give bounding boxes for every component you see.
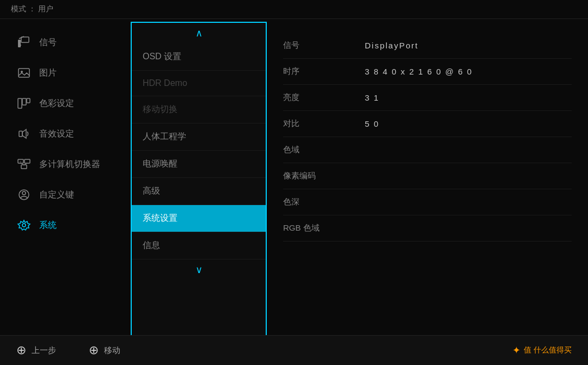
logo-icon: ✦ bbox=[512, 344, 520, 356]
svg-marker-8 bbox=[22, 129, 26, 138]
svg-point-15 bbox=[22, 224, 26, 227]
sidebar-item-system[interactable]: 系统 bbox=[0, 210, 131, 240]
info-value-timing: 3 8 4 0 x 2 1 6 0 @ 6 0 bbox=[365, 67, 473, 76]
menu-item-powerwake[interactable]: 电源唤醒 bbox=[132, 151, 266, 178]
sidebar-item-color[interactable]: 色彩设定 bbox=[0, 88, 131, 119]
svg-rect-2 bbox=[19, 69, 29, 77]
sidebar-label-kvm: 多计算机切换器 bbox=[39, 159, 100, 170]
info-label-pixelenc: 像素编码 bbox=[283, 171, 365, 181]
info-label-gamut: 色域 bbox=[283, 145, 365, 155]
info-row-contrast: 对比 5 0 bbox=[283, 111, 572, 137]
info-row-gamut: 色域 bbox=[283, 137, 572, 163]
info-value-brightness: 3 1 bbox=[365, 93, 379, 102]
move-action[interactable]: ⊕ 移动 bbox=[89, 343, 120, 357]
center-menu-panel: ∧ OSD 设置 HDR Demo 移动切换 人体工程学 电源唤醒 高级 系统设… bbox=[131, 22, 267, 337]
svg-rect-11 bbox=[24, 159, 30, 163]
info-label-signal: 信号 bbox=[283, 40, 365, 51]
sidebar: 信号 图片 色彩设定 bbox=[0, 22, 131, 337]
menu-item-move[interactable]: 移动切换 bbox=[132, 96, 266, 123]
svg-rect-0 bbox=[18, 40, 21, 47]
hotkey-icon bbox=[16, 187, 32, 202]
info-row-pixelenc: 像素编码 bbox=[283, 163, 572, 189]
sidebar-label-picture: 图片 bbox=[39, 67, 57, 79]
menu-item-advanced[interactable]: 高级 bbox=[132, 178, 266, 205]
svg-rect-6 bbox=[27, 98, 30, 103]
info-row-signal: 信号 DisplayPort bbox=[283, 33, 572, 59]
scroll-up-arrow[interactable]: ∧ bbox=[132, 23, 266, 44]
info-label-timing: 时序 bbox=[283, 66, 365, 77]
logo-text: 值 什么值得买 bbox=[524, 345, 572, 355]
sidebar-label-hotkey: 自定义键 bbox=[39, 189, 74, 201]
info-label-contrast: 对比 bbox=[283, 119, 365, 129]
bottom-bar: ⊕ 上一步 ⊕ 移动 ✦ 值 什么值得买 bbox=[0, 335, 588, 365]
sidebar-label-system: 系统 bbox=[39, 220, 57, 231]
info-value-contrast: 5 0 bbox=[365, 119, 379, 128]
kvm-icon: 2 bbox=[16, 157, 32, 172]
top-bar: 模式 ： 用户 bbox=[0, 0, 588, 19]
prev-icon: ⊕ bbox=[16, 343, 26, 357]
system-icon bbox=[16, 218, 32, 233]
sidebar-item-kvm[interactable]: 2 多计算机切换器 bbox=[0, 149, 131, 180]
scroll-down-arrow[interactable]: ∨ bbox=[132, 259, 266, 280]
svg-rect-1 bbox=[21, 37, 29, 42]
svg-rect-12 bbox=[21, 165, 27, 169]
brand-logo: ✦ 值 什么值得买 bbox=[512, 344, 572, 356]
color-icon bbox=[16, 96, 32, 111]
svg-rect-5 bbox=[22, 98, 26, 105]
menu-item-ergonomics[interactable]: 人体工程学 bbox=[132, 123, 266, 151]
signal-icon bbox=[16, 35, 32, 50]
main-layout: 信号 图片 色彩设定 bbox=[0, 22, 588, 337]
mode-label: 模式 ： 用户 bbox=[11, 4, 53, 13]
prev-action[interactable]: ⊕ 上一步 bbox=[16, 343, 56, 357]
info-row-colordepth: 色深 bbox=[283, 189, 572, 215]
sidebar-label-color: 色彩设定 bbox=[39, 98, 74, 109]
info-label-colordepth: 色深 bbox=[283, 197, 365, 207]
info-value-signal: DisplayPort bbox=[365, 41, 419, 50]
menu-item-osd[interactable]: OSD 设置 bbox=[132, 44, 266, 71]
sidebar-item-hotkey[interactable]: 自定义键 bbox=[0, 180, 131, 210]
prev-label: 上一步 bbox=[32, 345, 56, 356]
move-label: 移动 bbox=[104, 345, 120, 356]
svg-rect-4 bbox=[18, 98, 22, 108]
right-info-panel: 信号 DisplayPort 时序 3 8 4 0 x 2 1 6 0 @ 6 … bbox=[267, 22, 588, 337]
menu-item-sysset[interactable]: 系统设置 bbox=[132, 205, 266, 232]
info-row-brightness: 亮度 3 1 bbox=[283, 85, 572, 111]
sidebar-item-signal[interactable]: 信号 bbox=[0, 27, 131, 58]
info-label-brightness: 亮度 bbox=[283, 92, 365, 103]
audio-icon bbox=[16, 126, 32, 141]
info-row-rgbgamut: RGB 色域 bbox=[283, 215, 572, 242]
menu-item-info[interactable]: 信息 bbox=[132, 232, 266, 259]
svg-point-14 bbox=[22, 191, 26, 195]
sidebar-label-audio: 音效设定 bbox=[39, 128, 74, 140]
sidebar-item-picture[interactable]: 图片 bbox=[0, 58, 131, 88]
move-icon: ⊕ bbox=[89, 343, 99, 357]
svg-rect-7 bbox=[19, 131, 22, 137]
sidebar-label-signal: 信号 bbox=[39, 37, 57, 48]
picture-icon bbox=[16, 65, 32, 81]
info-row-timing: 时序 3 8 4 0 x 2 1 6 0 @ 6 0 bbox=[283, 59, 572, 85]
sidebar-item-audio[interactable]: 音效设定 bbox=[0, 119, 131, 149]
info-label-rgbgamut: RGB 色域 bbox=[283, 223, 365, 233]
menu-item-hdr[interactable]: HDR Demo bbox=[132, 71, 266, 96]
